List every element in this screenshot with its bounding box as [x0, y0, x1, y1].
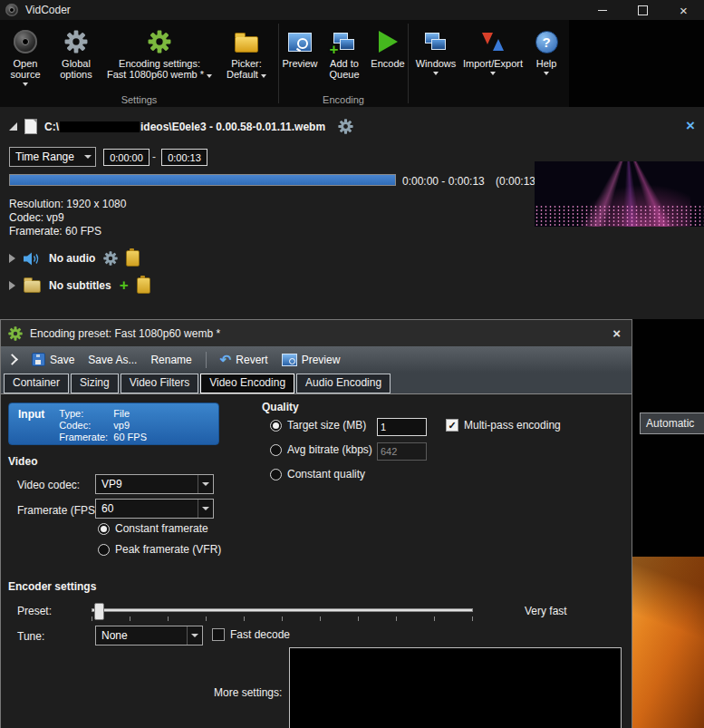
- preview-icon: [282, 354, 297, 366]
- preview-label: Preview: [282, 58, 317, 69]
- main-toolbar: Open source: [0, 20, 704, 107]
- close-source-button[interactable]: ×: [686, 119, 695, 133]
- copy-audio-icon[interactable]: [126, 250, 140, 267]
- preview-icon: [288, 33, 312, 52]
- rename-label: Rename: [150, 354, 191, 366]
- audio-settings-gear-icon[interactable]: [103, 251, 118, 266]
- settings-group-label: Settings: [0, 94, 278, 105]
- encoder-settings-heading: Encoder settings: [8, 580, 96, 593]
- revert-icon: ↶: [220, 354, 232, 366]
- source-resolution: Resolution: 1920 x 1080: [9, 198, 126, 210]
- preset-label: Preset:: [17, 605, 52, 617]
- input-panel-title: Input: [18, 408, 44, 444]
- tab-video-filters[interactable]: Video Filters: [121, 374, 198, 393]
- windows-icon: [425, 33, 448, 52]
- open-source-button[interactable]: Open source: [0, 24, 51, 88]
- tab-video-encoding[interactable]: Video Encoding: [200, 374, 294, 393]
- tune-dropdown[interactable]: None: [95, 626, 203, 645]
- green-gear-icon: [148, 30, 171, 53]
- maximize-icon: [638, 5, 648, 15]
- automatic-value: Automatic: [641, 417, 694, 430]
- picker-button[interactable]: Picker: Default: [217, 24, 275, 82]
- save-icon: [32, 353, 45, 366]
- dropdown-arrow-icon: [433, 72, 439, 75]
- save-as-label: Save As...: [88, 354, 137, 366]
- add-subtitle-icon[interactable]: +: [120, 279, 129, 292]
- range-start-input[interactable]: [103, 149, 149, 166]
- chevron-down-icon: [202, 507, 209, 510]
- save-as-button[interactable]: Save As...: [88, 354, 137, 366]
- avg-bitrate-radio[interactable]: Avg bitrate (kbps): [270, 443, 372, 456]
- global-options-button[interactable]: Global options: [51, 24, 101, 82]
- add-to-queue-button[interactable]: + Add to Queue: [321, 24, 368, 82]
- save-button[interactable]: Save: [32, 353, 74, 366]
- constant-quality-radio[interactable]: Constant quality: [270, 468, 365, 480]
- no-audio-label: No audio: [49, 252, 95, 265]
- revert-button[interactable]: ↶ Revert: [220, 354, 268, 366]
- encode-button[interactable]: Encode: [368, 24, 408, 71]
- help-button[interactable]: ? Help: [526, 24, 567, 77]
- open-source-label: Open source: [1, 58, 50, 80]
- range-end-input[interactable]: [161, 149, 207, 166]
- input-framerate-value: 60 FPS: [113, 432, 147, 442]
- constant-quality-label: Constant quality: [287, 468, 365, 480]
- framerate-dropdown[interactable]: 60: [95, 499, 214, 519]
- expander-closed-icon[interactable]: [9, 281, 15, 290]
- collapse-chevron-icon[interactable]: [6, 354, 18, 365]
- audio-section: No audio: [9, 250, 140, 267]
- expander-open-icon[interactable]: [9, 122, 17, 131]
- add-to-queue-label: Add to Queue: [322, 58, 367, 80]
- encoding-settings-button[interactable]: Encoding settings: Fast 1080p60 wemb *: [101, 24, 217, 82]
- preset-gear-icon: [8, 326, 23, 341]
- video-codec-value: VP9: [96, 478, 198, 490]
- dialog-preview-button[interactable]: Preview: [282, 354, 341, 366]
- target-size-input[interactable]: [377, 418, 427, 436]
- preset-tabs: Container Sizing Video Filters Video Enc…: [1, 373, 632, 393]
- tab-sizing[interactable]: Sizing: [71, 374, 119, 393]
- automatic-dropdown[interactable]: Automatic: [640, 413, 704, 434]
- slider-ticks: [92, 616, 474, 621]
- range-mode-dropdown[interactable]: Time Range: [9, 147, 96, 167]
- close-button[interactable]: ×: [663, 0, 704, 20]
- windows-button[interactable]: Windows: [411, 24, 460, 77]
- multipass-checkbox[interactable]: ✓ Multi-pass encoding: [446, 419, 561, 432]
- range-mode-value: Time Range: [10, 150, 81, 163]
- dialog-title: Encoding preset: Fast 1080p60 wemb *: [30, 327, 220, 340]
- expander-closed-icon[interactable]: [9, 254, 15, 263]
- video-file-icon: [24, 119, 37, 134]
- dialog-close-button[interactable]: ×: [612, 325, 621, 341]
- preset-slider[interactable]: [92, 608, 473, 612]
- source-settings-gear-icon[interactable]: [338, 119, 353, 134]
- import-export-label: Import/Export: [463, 58, 523, 69]
- maximize-button[interactable]: [622, 0, 663, 20]
- target-size-radio[interactable]: Target size (MB): [270, 419, 366, 432]
- tab-container[interactable]: Container: [4, 374, 69, 393]
- input-info-panel: Input Type:File Codec:vp9 Framerate:60 F…: [8, 403, 219, 445]
- background-preview-image: [632, 557, 704, 728]
- rename-button[interactable]: Rename: [150, 354, 191, 366]
- speaker-icon: [24, 252, 41, 266]
- more-settings-textarea[interactable]: [289, 647, 622, 728]
- avg-bitrate-label: Avg bitrate (kbps): [287, 443, 372, 456]
- preview-button[interactable]: Preview: [279, 24, 321, 71]
- dropdown-arrow-icon: [544, 72, 549, 75]
- constant-framerate-radio[interactable]: Constant framerate: [98, 522, 208, 535]
- tab-audio-encoding[interactable]: Audio Encoding: [296, 374, 391, 393]
- range-seek-bar[interactable]: [9, 174, 396, 186]
- input-panel-rows: Type:File Codec:vp9 Framerate:60 FPS: [59, 408, 147, 444]
- peak-framerate-radio[interactable]: Peak framerate (VFR): [98, 543, 221, 556]
- copy-subtitles-icon[interactable]: [137, 277, 150, 294]
- fast-decode-checkbox[interactable]: Fast decode: [212, 628, 290, 641]
- radio-icon: [270, 469, 282, 480]
- revert-label: Revert: [236, 354, 267, 366]
- minimize-button[interactable]: [582, 0, 622, 20]
- import-export-button[interactable]: Import/Export: [460, 24, 526, 77]
- dropdown-arrow-icon: [207, 74, 212, 78]
- video-encoding-panel: Input Type:File Codec:vp9 Framerate:60 F…: [1, 393, 632, 728]
- disc-icon: [14, 30, 37, 53]
- chevron-down-icon: [84, 155, 92, 159]
- windows-label: Windows: [416, 58, 457, 69]
- gear-icon: [64, 30, 88, 53]
- preset-value-label: Very fast: [525, 605, 567, 617]
- video-codec-dropdown[interactable]: VP9: [95, 474, 214, 494]
